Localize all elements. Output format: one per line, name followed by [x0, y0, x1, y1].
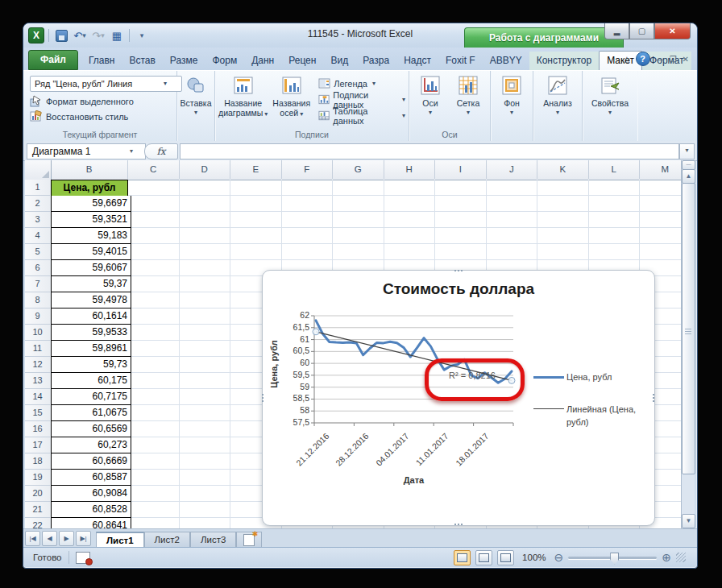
- chart-title[interactable]: Стоимость доллара: [263, 280, 654, 298]
- ribbon-tab-форм[interactable]: Форм: [205, 52, 244, 70]
- zoom-level[interactable]: 100%: [522, 553, 546, 562]
- column-header-D[interactable]: D: [180, 160, 231, 179]
- vertical-scroll-thumb[interactable]: [682, 183, 695, 474]
- name-box[interactable]: Диаграмма 1: [27, 143, 146, 159]
- cell-B19[interactable]: 60,8587: [51, 470, 131, 486]
- zoom-in-icon[interactable]: ⊕: [662, 552, 671, 563]
- column-header-G[interactable]: G: [333, 160, 384, 179]
- row-header-18[interactable]: 18: [25, 453, 50, 470]
- help-icon[interactable]: ?: [636, 52, 650, 66]
- row-header-8[interactable]: 8: [25, 292, 50, 308]
- cell-B3[interactable]: 59,3521: [51, 212, 131, 228]
- workbook-restore-icon[interactable]: ❐: [670, 55, 677, 64]
- row-header-7[interactable]: 7: [25, 276, 50, 292]
- row-header-17[interactable]: 17: [25, 437, 50, 453]
- row-header-14[interactable]: 14: [25, 389, 50, 405]
- cell-B18[interactable]: 60,6669: [51, 453, 131, 470]
- column-header-B[interactable]: B: [51, 160, 128, 179]
- ribbon-tab-foxit f[interactable]: Foxit F: [438, 52, 483, 70]
- workbook-minimize-icon[interactable]: —: [656, 55, 664, 64]
- chart-handle-right[interactable]: [652, 393, 656, 404]
- cell-B11[interactable]: 59,8961: [51, 341, 131, 357]
- ribbon-tab-встав[interactable]: Встав: [122, 52, 162, 70]
- cell-B21[interactable]: 60,8528: [51, 502, 131, 518]
- row-header-20[interactable]: 20: [25, 486, 50, 502]
- cell-B20[interactable]: 60,9084: [51, 486, 131, 502]
- background-button[interactable]: Фон▾: [492, 71, 531, 128]
- sheet-tab-2[interactable]: Лист2: [144, 532, 190, 548]
- legend-button[interactable]: Легенда▾: [315, 76, 409, 91]
- collapse-ribbon-icon[interactable]: △: [624, 55, 630, 64]
- chart-handle-bottom[interactable]: [454, 523, 464, 527]
- macro-record-icon[interactable]: [76, 552, 90, 564]
- data-table-button[interactable]: Таблица данных▾: [315, 108, 409, 123]
- row-header-12[interactable]: 12: [25, 357, 50, 373]
- scroll-up-icon[interactable]: ▲: [682, 169, 695, 184]
- x-axis-title[interactable]: Дата: [314, 475, 513, 485]
- row-header-19[interactable]: 19: [25, 470, 50, 486]
- cell-B14[interactable]: 60,7175: [51, 389, 131, 405]
- row-header-3[interactable]: 3: [25, 212, 50, 228]
- expand-formula-bar-icon[interactable]: ▾: [679, 143, 695, 159]
- column-header-M[interactable]: M: [640, 160, 682, 179]
- chart-object[interactable]: Стоимость доллара Цена, рубл Дата 6261,5…: [262, 270, 655, 526]
- resize-grip[interactable]: [676, 553, 686, 562]
- cell-B8[interactable]: 59,4978: [51, 292, 131, 308]
- chart-handle-top[interactable]: [454, 269, 464, 273]
- select-all-corner[interactable]: [25, 160, 52, 180]
- gridlines-button[interactable]: Сетка▾: [449, 71, 488, 128]
- row-header-21[interactable]: 21: [25, 502, 50, 518]
- minimize-button[interactable]: ▂: [604, 23, 629, 39]
- cell-B7[interactable]: 59,37: [51, 276, 131, 292]
- page-break-view-icon[interactable]: [497, 550, 514, 565]
- cell-B12[interactable]: 59,73: [51, 357, 131, 373]
- chevron-down-icon[interactable]: ▾: [130, 147, 133, 155]
- column-header-K[interactable]: K: [537, 160, 589, 179]
- axis-titles-button[interactable]: Названия осей▾: [268, 71, 315, 128]
- normal-view-icon[interactable]: [454, 550, 471, 565]
- chart-element-selector[interactable]: Ряд "Цена, рубл" Линия: [30, 76, 182, 92]
- cell-B13[interactable]: 60,175: [51, 373, 131, 389]
- chart-title-button[interactable]: Название диаграммы▾: [218, 71, 268, 128]
- cell-B10[interactable]: 59,9533: [51, 325, 131, 341]
- ribbon-tab-abbyy[interactable]: ABBYY: [483, 52, 529, 70]
- format-selection-button[interactable]: Формат выделенного: [30, 95, 134, 107]
- reset-style-button[interactable]: Восстановить стиль: [30, 110, 128, 122]
- zoom-slider[interactable]: [568, 557, 657, 559]
- row-header-15[interactable]: 15: [25, 405, 50, 421]
- column-header-J[interactable]: J: [487, 160, 538, 179]
- zoom-out-icon[interactable]: ⊖: [554, 552, 564, 563]
- row-header-11[interactable]: 11: [25, 341, 50, 357]
- insert-worksheet-tab[interactable]: [236, 532, 262, 548]
- column-header-L[interactable]: L: [589, 160, 641, 179]
- row-header-2[interactable]: 2: [25, 196, 50, 212]
- close-button[interactable]: ✕: [654, 23, 691, 39]
- analysis-button[interactable]: Анализ▾: [537, 71, 579, 128]
- column-header-C[interactable]: C: [128, 160, 180, 179]
- vertical-scrollbar[interactable]: — ▲ ▼: [681, 160, 695, 528]
- column-header-H[interactable]: H: [384, 160, 436, 179]
- row-header-10[interactable]: 10: [25, 325, 50, 341]
- scroll-down-icon[interactable]: ▼: [682, 514, 695, 528]
- ribbon-tab-данн[interactable]: Данн: [244, 52, 281, 70]
- workbook-close-icon[interactable]: ✕: [683, 55, 689, 64]
- axes-button[interactable]: Оси▾: [412, 71, 449, 128]
- row-header-1[interactable]: 1: [25, 180, 50, 196]
- chart-handle-left[interactable]: [261, 393, 265, 404]
- formula-input[interactable]: [180, 143, 679, 159]
- ribbon-tab-файл[interactable]: Файл: [28, 50, 78, 70]
- cell-B6[interactable]: 59,6067: [51, 260, 131, 276]
- maximize-button[interactable]: ▢: [629, 23, 654, 39]
- data-labels-button[interactable]: Подписи данных▾: [315, 92, 409, 107]
- last-sheet-icon[interactable]: ▶|: [76, 531, 91, 546]
- row-header-6[interactable]: 6: [25, 260, 50, 276]
- page-layout-view-icon[interactable]: [475, 550, 492, 565]
- insert-function-button[interactable]: fx: [144, 143, 178, 159]
- cell-B2[interactable]: 59,6697: [51, 196, 131, 212]
- legend-entry-series[interactable]: Цена, рубл: [533, 371, 650, 383]
- zoom-slider-thumb[interactable]: [610, 553, 619, 565]
- row-header-16[interactable]: 16: [25, 421, 50, 437]
- cell-B5[interactable]: 59,4015: [51, 244, 131, 260]
- sheet-tab-1[interactable]: Лист1: [96, 532, 144, 549]
- prev-sheet-icon[interactable]: ◀: [42, 531, 57, 546]
